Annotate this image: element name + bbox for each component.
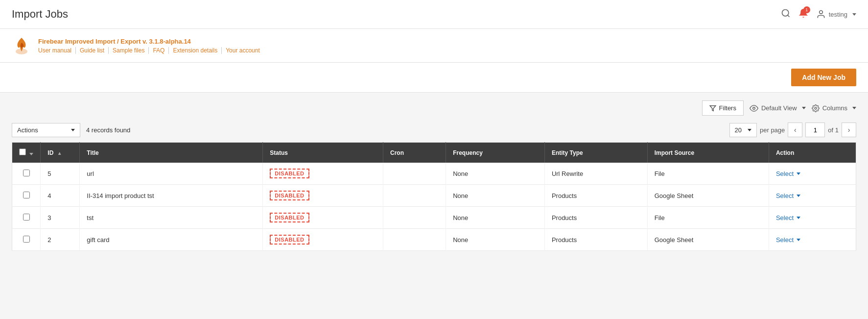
banner-nav: User manual Guide list Sample files FAQ … [38, 47, 264, 54]
banner-link-faq[interactable]: FAQ [149, 47, 169, 54]
row-cron [383, 185, 446, 207]
row-checkbox-3[interactable] [23, 236, 30, 243]
page-number-input[interactable]: 1 [805, 123, 825, 137]
svg-line-1 [788, 15, 790, 17]
svg-point-5 [753, 107, 755, 109]
row-frequency: None [446, 185, 545, 207]
actions-dropdown-arrow-icon [71, 129, 75, 131]
th-title: Title [80, 143, 263, 163]
banner-link-user-manual[interactable]: User manual [38, 47, 76, 54]
th-status: Status [263, 143, 383, 163]
notification-button[interactable]: 1 [798, 8, 808, 21]
row-status: DISABLED [263, 163, 383, 185]
banner-version: Firebear Improved Import / Export v. 3.1… [38, 38, 264, 45]
row-action-select-0[interactable]: Select [776, 170, 849, 177]
row-status: DISABLED [263, 207, 383, 229]
firebear-logo-icon [12, 36, 31, 55]
select-all-checkbox[interactable] [19, 148, 26, 155]
extension-banner: Firebear Improved Import / Export v. 3.1… [0, 29, 868, 63]
user-name: testing [829, 11, 847, 18]
th-cron: Cron [383, 143, 446, 163]
search-button[interactable] [781, 8, 791, 21]
eye-icon [750, 104, 758, 113]
add-new-job-button[interactable]: Add New Job [791, 69, 856, 86]
filters-label: Filters [719, 104, 736, 112]
main-content: Filters Default View Columns Actions [0, 93, 868, 259]
row-checkbox-0[interactable] [23, 170, 30, 176]
row-title: II-314 import product tst [80, 185, 263, 207]
row-title: gift card [80, 229, 263, 251]
row-checkbox-cell [12, 163, 41, 185]
prev-page-button[interactable]: ‹ [788, 123, 802, 137]
table-row: 3 tst DISABLED None Products File Select [12, 207, 856, 229]
page-total: of 1 [828, 126, 839, 134]
row-cron [383, 163, 446, 185]
view-selector[interactable]: Default View [750, 104, 806, 113]
filter-icon [709, 105, 716, 112]
import-jobs-table: ID ▲ Title Status Cron Frequency Entity … [12, 142, 856, 251]
table-row: 2 gift card DISABLED None Products Googl… [12, 229, 856, 251]
status-badge: DISABLED [270, 213, 309, 222]
row-checkbox-cell [12, 185, 41, 207]
row-entity-type: Url Rewrite [544, 163, 647, 185]
th-import-source: Import Source [647, 143, 769, 163]
user-menu-button[interactable]: testing [816, 9, 856, 19]
row-action: Select [769, 229, 856, 251]
search-icon [781, 8, 791, 18]
row-id: 5 [41, 163, 80, 185]
actions-bar: Actions 4 records found 20 per page ‹ 1 … [12, 123, 856, 137]
gear-icon [812, 104, 820, 112]
row-frequency: None [446, 229, 545, 251]
row-checkbox-2[interactable] [23, 214, 30, 221]
row-cron [383, 229, 446, 251]
next-page-button[interactable]: › [842, 123, 856, 137]
columns-label: Columns [822, 104, 847, 112]
svg-marker-4 [710, 105, 716, 111]
banner-link-guide-list[interactable]: Guide list [76, 47, 109, 54]
row-title: tst [80, 207, 263, 229]
th-id[interactable]: ID ▲ [41, 143, 80, 163]
records-count: 4 records found [86, 126, 130, 134]
table-header-row: ID ▲ Title Status Cron Frequency Entity … [12, 143, 856, 163]
filters-button[interactable]: Filters [702, 100, 744, 116]
row-action-select-3[interactable]: Select [776, 236, 849, 244]
row-action-select-2[interactable]: Select [776, 214, 849, 221]
svg-point-0 [782, 9, 788, 16]
actions-label: Actions [17, 126, 38, 134]
actions-dropdown[interactable]: Actions [12, 123, 80, 137]
view-selector-arrow-icon [802, 107, 806, 109]
row-frequency: None [446, 207, 545, 229]
page-toolbar: Add New Job [0, 63, 868, 93]
banner-link-your-account[interactable]: Your account [222, 47, 264, 54]
row-status: DISABLED [263, 185, 383, 207]
row-checkbox-cell [12, 229, 41, 251]
per-page-selector[interactable]: 20 [729, 123, 757, 137]
actions-left: Actions 4 records found [12, 123, 130, 137]
columns-button[interactable]: Columns [812, 104, 856, 112]
per-page-arrow-icon [748, 129, 751, 131]
pagination: 20 per page ‹ 1 of 1 › [729, 123, 856, 137]
action-arrow-icon [797, 172, 800, 175]
banner-link-extension-details[interactable]: Extension details [169, 47, 222, 54]
columns-arrow-icon [852, 107, 856, 109]
banner-info: Firebear Improved Import / Export v. 3.1… [38, 38, 264, 54]
th-entity-type: Entity Type [544, 143, 647, 163]
page-title: Import Jobs [12, 8, 68, 21]
status-badge: DISABLED [270, 169, 309, 178]
row-title: url [80, 163, 263, 185]
action-arrow-icon [797, 239, 800, 241]
per-page-label: per page [760, 126, 785, 134]
row-action: Select [769, 207, 856, 229]
banner-link-sample-files[interactable]: Sample files [109, 47, 149, 54]
row-cron [383, 207, 446, 229]
row-action-select-1[interactable]: Select [776, 192, 849, 199]
row-checkbox-1[interactable] [23, 192, 30, 198]
row-action: Select [769, 163, 856, 185]
svg-point-6 [815, 107, 817, 109]
th-action: Action [769, 143, 856, 163]
header-actions: 1 testing [781, 8, 856, 21]
notification-badge: 1 [803, 6, 810, 13]
row-entity-type: Products [544, 185, 647, 207]
row-entity-type: Products [544, 207, 647, 229]
row-import-source: File [647, 163, 769, 185]
